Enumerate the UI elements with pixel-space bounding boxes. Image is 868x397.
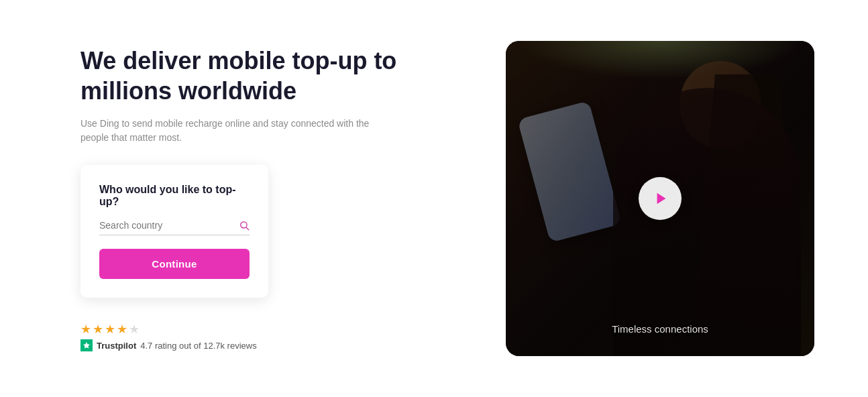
search-wrapper [99, 220, 250, 235]
trustpilot-name: Trustpilot [97, 341, 136, 351]
star-icon: ★ [129, 322, 140, 337]
trustpilot-rating: 4.7 rating out of 12.7k reviews [140, 341, 256, 351]
svg-line-1 [246, 227, 249, 230]
search-icon [239, 220, 250, 231]
top-up-card: Who would you like to top-up? Continue [80, 165, 268, 298]
continue-button[interactable]: Continue [99, 249, 250, 279]
star-icon: ★ [117, 322, 127, 337]
trustpilot-row: Trustpilot 4.7 rating out of 12.7k revie… [80, 339, 443, 351]
play-icon [654, 191, 669, 206]
video-thumbnail[interactable]: Timeless connections [506, 41, 814, 356]
trustpilot-star-icon [80, 339, 93, 351]
page-wrapper: We deliver mobile top-up to millions wor… [0, 14, 868, 383]
star-rating: ★ ★ ★ ★ ★ [80, 322, 443, 337]
search-input[interactable] [99, 220, 250, 231]
video-caption: Timeless connections [612, 323, 708, 335]
star-icon: ★ [93, 322, 103, 337]
play-button[interactable] [639, 177, 682, 220]
headline: We deliver mobile top-up to millions wor… [80, 46, 443, 106]
left-section: We deliver mobile top-up to millions wor… [80, 46, 443, 351]
trustpilot-section: ★ ★ ★ ★ ★ Trustpilot 4.7 rating out of 1… [80, 322, 443, 351]
star-icon: ★ [80, 322, 91, 337]
card-title: Who would you like to top-up? [99, 184, 250, 208]
svg-marker-3 [657, 193, 666, 205]
star-icon: ★ [105, 322, 115, 337]
subtext: Use Ding to send mobile recharge online … [80, 117, 376, 145]
svg-marker-2 [83, 342, 90, 349]
video-background: Timeless connections [506, 41, 814, 356]
